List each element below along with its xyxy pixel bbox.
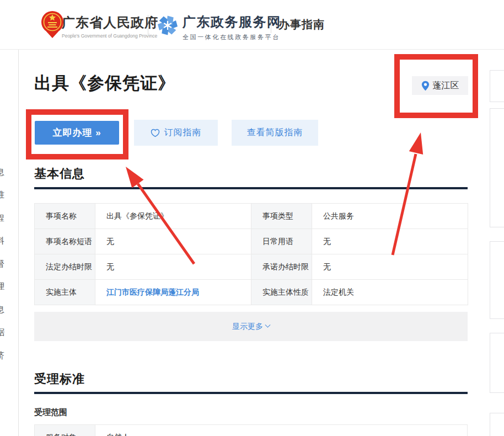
field-label: 事项名称 — [35, 204, 95, 229]
acceptance-table: 服务对象 自然人 — [34, 424, 468, 436]
field-label: 实施主体性质 — [251, 280, 312, 305]
field-label: 法定办结时限 — [35, 254, 95, 280]
header-divider — [271, 18, 271, 33]
acceptance-scope-subheading: 受理范围 — [34, 407, 67, 418]
table-row: 事项名称短语 无 日常用语 无 — [35, 229, 468, 254]
field-label: 日常用语 — [251, 229, 312, 254]
table-row: 事项名称 出具《参保凭证》 事项类型 公共服务 — [35, 204, 468, 229]
field-value: 无 — [95, 229, 251, 254]
gov-logo-block[interactable]: 广东省人民政府 People's Government of Guangdong… — [62, 14, 158, 39]
sidebar-item-clipped[interactable]: 准 — [0, 190, 4, 200]
field-label: 服务对象 — [35, 425, 95, 436]
subscribe-guide-label: 订阅指南 — [164, 127, 202, 139]
field-value: 无 — [312, 229, 468, 254]
header-divider — [148, 15, 148, 37]
sidebar-item-clipped[interactable]: 息 — [0, 167, 4, 178]
right-panel-clipped — [490, 70, 504, 102]
basic-info-table: 事项名称 出具《参保凭证》 事项类型 公共服务 事项名称短语 无 日常用语 无 … — [34, 203, 468, 305]
simple-guide-button[interactable]: 查看简版指南 — [232, 120, 318, 146]
gov-title: 广东省人民政府 — [62, 14, 158, 31]
field-label: 事项类型 — [251, 204, 312, 229]
page-title: 出具《参保凭证》 — [34, 72, 175, 95]
portal-title: 广东政务服务网 — [183, 13, 281, 31]
acceptance-heading: 受理标准 — [34, 371, 85, 387]
right-panel-clipped — [490, 413, 504, 436]
right-panel-clipped — [490, 241, 504, 319]
nav-service-guide[interactable]: 办事指南 — [278, 17, 325, 32]
basic-info-heading: 基本信息 — [34, 166, 85, 182]
clipped-sidebar: 息 准 程 料 督 理 息 据 济 — [0, 0, 7, 436]
location-selector[interactable]: 蓬江区 — [412, 76, 468, 95]
right-panel-clipped — [490, 333, 504, 393]
field-value: 自然人 — [95, 425, 468, 436]
sidebar-item-clipped[interactable]: 督 — [0, 259, 4, 269]
field-value: 无 — [312, 254, 468, 280]
field-label: 实施主体 — [35, 280, 95, 305]
sidebar-item-clipped[interactable]: 程 — [0, 213, 4, 224]
heart-icon — [151, 129, 160, 137]
national-emblem-icon — [41, 10, 64, 39]
field-value: 无 — [95, 254, 251, 280]
gov-subtitle: People's Government of Guangdong Provinc… — [62, 33, 158, 39]
sidebar-item-clipped[interactable]: 料 — [0, 236, 4, 246]
section-rule — [34, 187, 468, 189]
sidebar-item-clipped[interactable]: 理 — [0, 281, 4, 292]
section-rule — [34, 392, 468, 394]
field-value: 公共服务 — [312, 204, 468, 229]
chevron-down-icon — [265, 322, 271, 328]
subscribe-guide-button[interactable]: 订阅指南 — [134, 120, 218, 146]
table-row: 法定办结时限 无 承诺办结时限 无 — [35, 254, 468, 280]
location-label: 蓬江区 — [433, 80, 459, 92]
sidebar-item-clipped[interactable]: 息 — [0, 305, 4, 315]
field-value: 出具《参保凭证》 — [95, 204, 251, 229]
portal-logo-icon — [156, 14, 179, 37]
content-left-border — [18, 50, 19, 436]
guide-page: { "header": { "gov": { "title": "广东省人民政府… — [0, 0, 504, 436]
location-pin-icon — [421, 81, 430, 91]
table-row: 服务对象 自然人 — [35, 425, 468, 436]
table-row: 实施主体 江门市医疗保障局蓬江分局 实施主体性质 法定机关 — [35, 280, 468, 305]
sidebar-item-clipped[interactable]: 济 — [0, 350, 4, 361]
apply-now-button[interactable]: 立即办理 » — [35, 121, 119, 145]
show-more-label: 显示更多 — [232, 322, 263, 332]
portal-subtitle: 全国一体化在线政务服务平台 — [183, 33, 281, 41]
site-header: 广东省人民政府 People's Government of Guangdong… — [0, 0, 504, 50]
field-value: 法定机关 — [312, 280, 468, 305]
sidebar-item-clipped[interactable]: 据 — [0, 327, 4, 338]
right-panel-clipped — [490, 108, 504, 227]
field-label: 承诺办结时限 — [251, 254, 312, 280]
implementing-agency-link[interactable]: 江门市医疗保障局蓬江分局 — [106, 288, 199, 296]
field-label: 事项名称短语 — [35, 229, 95, 254]
portal-logo-block[interactable]: 广东政务服务网 全国一体化在线政务服务平台 — [183, 13, 281, 41]
show-more-button[interactable]: 显示更多 — [34, 312, 468, 341]
field-value-cell: 江门市医疗保障局蓬江分局 — [95, 280, 251, 305]
simple-guide-label: 查看简版指南 — [247, 127, 303, 139]
